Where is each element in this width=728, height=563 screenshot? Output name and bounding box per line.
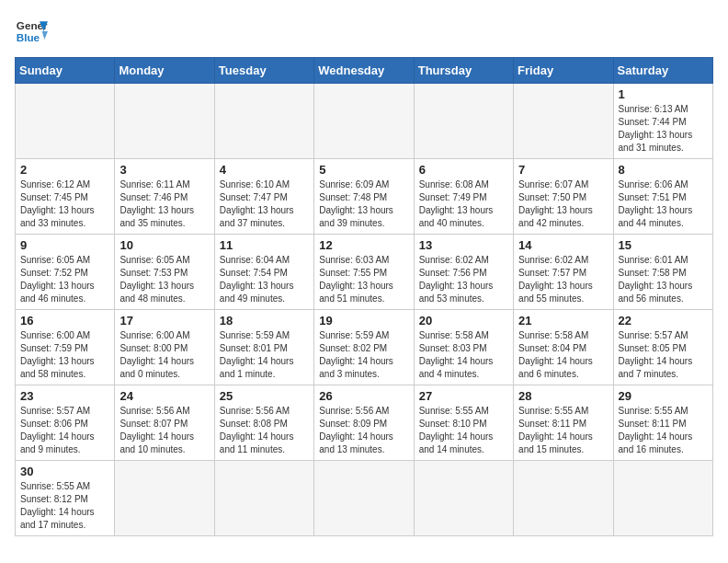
calendar-day-cell: 23Sunrise: 5:57 AMSunset: 8:06 PMDayligh… <box>16 385 115 461</box>
day-info: Sunrise: 6:13 AMSunset: 7:44 PMDaylight:… <box>619 103 708 155</box>
day-info: Sunrise: 5:56 AMSunset: 8:09 PMDaylight:… <box>319 405 408 456</box>
svg-marker-3 <box>42 31 48 40</box>
day-number: 5 <box>319 163 408 177</box>
calendar-day-cell: 13Sunrise: 6:02 AMSunset: 7:56 PMDayligh… <box>414 235 513 310</box>
calendar-week-row: 2Sunrise: 6:12 AMSunset: 7:45 PMDaylight… <box>16 159 713 235</box>
day-info: Sunrise: 5:56 AMSunset: 8:07 PMDaylight:… <box>119 405 209 456</box>
weekday-header: Monday <box>115 58 214 84</box>
svg-text:Blue: Blue <box>17 31 40 43</box>
calendar-day-cell <box>214 84 313 159</box>
calendar-day-cell: 18Sunrise: 5:59 AMSunset: 8:01 PMDayligh… <box>214 310 313 385</box>
day-number: 15 <box>619 238 708 252</box>
day-number: 19 <box>319 314 408 327</box>
day-info: Sunrise: 5:55 AMSunset: 8:10 PMDaylight:… <box>419 405 508 456</box>
day-info: Sunrise: 5:56 AMSunset: 8:08 PMDaylight:… <box>220 405 309 456</box>
calendar-day-cell: 8Sunrise: 6:06 AMSunset: 7:51 PMDaylight… <box>613 159 712 235</box>
calendar-day-cell: 22Sunrise: 5:57 AMSunset: 8:05 PMDayligh… <box>613 310 712 385</box>
page-header: General Blue <box>15 15 713 48</box>
calendar-day-cell: 1Sunrise: 6:13 AMSunset: 7:44 PMDaylight… <box>613 84 712 159</box>
calendar-day-cell: 17Sunrise: 6:00 AMSunset: 8:00 PMDayligh… <box>115 310 214 385</box>
day-info: Sunrise: 6:09 AMSunset: 7:48 PMDaylight:… <box>319 178 408 230</box>
day-number: 2 <box>20 163 109 177</box>
day-info: Sunrise: 6:08 AMSunset: 7:49 PMDaylight:… <box>419 178 508 230</box>
calendar-day-cell: 20Sunrise: 5:58 AMSunset: 8:03 PMDayligh… <box>414 310 513 385</box>
calendar-day-cell: 27Sunrise: 5:55 AMSunset: 8:10 PMDayligh… <box>414 385 513 461</box>
day-number: 12 <box>319 238 408 252</box>
weekday-header: Thursday <box>414 58 513 84</box>
day-number: 27 <box>419 389 508 403</box>
calendar-day-cell: 6Sunrise: 6:08 AMSunset: 7:49 PMDaylight… <box>414 159 513 235</box>
calendar-day-cell <box>115 84 214 159</box>
calendar-week-row: 9Sunrise: 6:05 AMSunset: 7:52 PMDaylight… <box>16 235 713 310</box>
day-info: Sunrise: 5:58 AMSunset: 8:04 PMDaylight:… <box>518 329 608 381</box>
calendar-day-cell <box>514 84 613 159</box>
day-number: 25 <box>220 389 309 403</box>
calendar-day-cell: 21Sunrise: 5:58 AMSunset: 8:04 PMDayligh… <box>514 310 613 385</box>
calendar-day-cell: 12Sunrise: 6:03 AMSunset: 7:55 PMDayligh… <box>314 235 414 310</box>
day-number: 17 <box>119 314 209 327</box>
calendar-day-cell: 5Sunrise: 6:09 AMSunset: 7:48 PMDaylight… <box>314 159 414 235</box>
calendar-day-cell <box>414 84 513 159</box>
weekday-header: Sunday <box>16 58 115 84</box>
calendar-day-cell: 14Sunrise: 6:02 AMSunset: 7:57 PMDayligh… <box>514 235 613 310</box>
day-info: Sunrise: 6:10 AMSunset: 7:47 PMDaylight:… <box>220 178 309 230</box>
day-number: 28 <box>518 389 608 403</box>
calendar-day-cell: 16Sunrise: 6:00 AMSunset: 7:59 PMDayligh… <box>16 310 115 385</box>
day-number: 8 <box>619 163 708 177</box>
calendar-day-cell: 10Sunrise: 6:05 AMSunset: 7:53 PMDayligh… <box>115 235 214 310</box>
calendar-day-cell: 24Sunrise: 5:56 AMSunset: 8:07 PMDayligh… <box>115 385 214 461</box>
calendar-day-cell <box>414 461 513 536</box>
day-info: Sunrise: 6:00 AMSunset: 8:00 PMDaylight:… <box>119 329 209 381</box>
day-info: Sunrise: 6:02 AMSunset: 7:56 PMDaylight:… <box>419 254 508 305</box>
calendar-day-cell <box>214 461 313 536</box>
day-number: 20 <box>419 314 508 327</box>
calendar-day-cell <box>16 84 115 159</box>
day-number: 14 <box>518 238 608 252</box>
day-info: Sunrise: 6:06 AMSunset: 7:51 PMDaylight:… <box>619 178 708 230</box>
day-info: Sunrise: 5:58 AMSunset: 8:03 PMDaylight:… <box>419 329 508 381</box>
day-number: 6 <box>419 163 508 177</box>
calendar-day-cell: 25Sunrise: 5:56 AMSunset: 8:08 PMDayligh… <box>214 385 313 461</box>
calendar-day-cell: 29Sunrise: 5:55 AMSunset: 8:11 PMDayligh… <box>613 385 712 461</box>
day-number: 3 <box>119 163 209 177</box>
day-number: 23 <box>20 389 109 403</box>
weekday-header: Saturday <box>613 58 712 84</box>
day-info: Sunrise: 5:59 AMSunset: 8:01 PMDaylight:… <box>220 329 309 381</box>
day-number: 4 <box>220 163 309 177</box>
calendar-week-row: 1Sunrise: 6:13 AMSunset: 7:44 PMDaylight… <box>16 84 713 159</box>
day-info: Sunrise: 6:07 AMSunset: 7:50 PMDaylight:… <box>518 178 608 230</box>
day-number: 9 <box>20 238 109 252</box>
weekday-header: Friday <box>514 58 613 84</box>
day-info: Sunrise: 5:55 AMSunset: 8:11 PMDaylight:… <box>518 405 608 456</box>
day-number: 7 <box>518 163 608 177</box>
calendar-day-cell: 3Sunrise: 6:11 AMSunset: 7:46 PMDaylight… <box>115 159 214 235</box>
calendar-day-cell <box>314 461 414 536</box>
day-info: Sunrise: 5:59 AMSunset: 8:02 PMDaylight:… <box>319 329 408 381</box>
day-info: Sunrise: 6:05 AMSunset: 7:52 PMDaylight:… <box>20 254 109 305</box>
calendar-day-cell: 28Sunrise: 5:55 AMSunset: 8:11 PMDayligh… <box>514 385 613 461</box>
day-info: Sunrise: 5:55 AMSunset: 8:11 PMDaylight:… <box>619 405 708 456</box>
calendar-day-cell: 2Sunrise: 6:12 AMSunset: 7:45 PMDaylight… <box>16 159 115 235</box>
calendar-week-row: 16Sunrise: 6:00 AMSunset: 7:59 PMDayligh… <box>16 310 713 385</box>
day-number: 29 <box>619 389 708 403</box>
calendar-day-cell: 4Sunrise: 6:10 AMSunset: 7:47 PMDaylight… <box>214 159 313 235</box>
calendar-day-cell <box>514 461 613 536</box>
day-number: 16 <box>20 314 109 327</box>
logo: General Blue <box>15 15 48 48</box>
calendar-table: SundayMondayTuesdayWednesdayThursdayFrid… <box>15 57 713 536</box>
day-number: 21 <box>518 314 608 327</box>
calendar-day-cell: 7Sunrise: 6:07 AMSunset: 7:50 PMDaylight… <box>514 159 613 235</box>
day-info: Sunrise: 6:02 AMSunset: 7:57 PMDaylight:… <box>518 254 608 305</box>
day-number: 13 <box>419 238 508 252</box>
logo-icon: General Blue <box>15 15 48 48</box>
calendar-day-cell: 9Sunrise: 6:05 AMSunset: 7:52 PMDaylight… <box>16 235 115 310</box>
day-info: Sunrise: 6:05 AMSunset: 7:53 PMDaylight:… <box>119 254 209 305</box>
day-info: Sunrise: 6:11 AMSunset: 7:46 PMDaylight:… <box>119 178 209 230</box>
calendar-day-cell <box>115 461 214 536</box>
calendar-day-cell <box>613 461 712 536</box>
day-number: 24 <box>119 389 209 403</box>
calendar-day-cell: 30Sunrise: 5:55 AMSunset: 8:12 PMDayligh… <box>16 461 115 536</box>
day-number: 11 <box>220 238 309 252</box>
calendar-day-cell: 15Sunrise: 6:01 AMSunset: 7:58 PMDayligh… <box>613 235 712 310</box>
calendar-day-cell: 19Sunrise: 5:59 AMSunset: 8:02 PMDayligh… <box>314 310 414 385</box>
